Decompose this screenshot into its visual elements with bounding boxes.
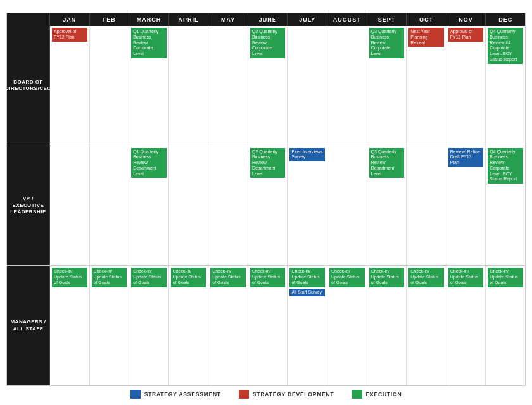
cell-r2-c5: Check-in/ Update Status of Goals <box>248 266 288 385</box>
cell-r2-c8: Check-in/ Update Status of Goals <box>367 266 407 385</box>
cell-r0-c5: Q2 Quarterly Business Review Corporate L… <box>248 26 288 146</box>
cell-r0-c7 <box>327 26 367 146</box>
event-execution: Q4 Quarterly Business Review #4 Corporat… <box>488 28 523 64</box>
cell-r0-c11: Q4 Quarterly Business Review #4 Corporat… <box>486 26 525 146</box>
cell-r2-c4: Check-in/ Update Status of Goals <box>208 266 248 385</box>
cell-r2-c7: Check-in/ Update Status of Goals <box>327 266 367 385</box>
event-execution: Q2 Quarterly Business Review Corporate L… <box>250 28 286 58</box>
calendar-row-1: VP / EXECUTIVE LEADERSHIPQ1 Quarterly Bu… <box>7 146 525 266</box>
row-label-2: MANAGERS / ALL STAFF <box>7 266 50 385</box>
legend-label-execution: EXECUTION <box>366 391 402 397</box>
event-strategy-assessment: Review/ Refine Draft FY13 Plan <box>448 148 484 167</box>
page-wrapper: JANFEBMARCHAPRILMAYJUNEJULYAUGUSTSEPTOCT… <box>0 0 532 405</box>
event-execution: Check-in/ Update Status of Goals <box>488 268 523 287</box>
calendar-row-0: BOARD OF DIRECTORS/CEOApproval of FY12 P… <box>7 26 525 146</box>
month-header: APRIL <box>169 13 209 26</box>
cell-r0-c6 <box>288 26 327 146</box>
event-execution: Q1 Quarterly Business Review Department … <box>131 148 167 178</box>
event-execution: Q1 Quarterly Business Review Corporate L… <box>131 28 167 58</box>
month-header: DEC <box>486 13 525 26</box>
cell-r1-c11: Q4 Quarterly Business Review Corporate L… <box>486 146 525 266</box>
cell-r0-c10: Approval of FY13 Plan <box>446 26 486 146</box>
event-strategy-development: Approval of FY12 Plan <box>52 28 87 42</box>
month-header: JULY <box>288 13 327 26</box>
cell-r0-c1 <box>90 26 130 146</box>
month-header: MAY <box>208 13 248 26</box>
event-execution: Check-in/ Update Status of Goals <box>131 268 167 287</box>
legend-label-strategy-development: STRATEGY DEVELOPMENT <box>253 391 334 397</box>
cell-r1-c6: Exec Interviews Survey <box>288 146 327 266</box>
legend-item-strategy-assessment: STRATEGY ASSESSMENT <box>130 390 221 399</box>
month-header: NOV <box>446 13 486 26</box>
cell-r1-c10: Review/ Refine Draft FY13 Plan <box>446 146 486 266</box>
cell-r0-c3 <box>169 26 209 146</box>
cell-r1-c4 <box>208 146 248 266</box>
cell-r2-c11: Check-in/ Update Status of Goals <box>486 266 525 385</box>
legend-box-strategy-assessment <box>130 390 141 399</box>
event-execution: Check-in/ Update Status of Goals <box>448 268 484 287</box>
month-header: JUNE <box>248 13 288 26</box>
header-row: JANFEBMARCHAPRILMAYJUNEJULYAUGUSTSEPTOCT… <box>7 13 525 26</box>
cell-r2-c9: Check-in/ Update Status of Goals <box>407 266 446 385</box>
month-header: FEB <box>90 13 130 26</box>
event-execution: Q4 Quarterly Business Review Corporate L… <box>488 148 523 184</box>
event-execution: Q2 Quarterly Business Review Department … <box>250 148 286 178</box>
event-execution: Check-in/ Update Status of Goals <box>250 268 286 287</box>
cell-r2-c6: Check-in/ Update Status of GoalsAll Staf… <box>288 266 327 385</box>
cell-r1-c5: Q2 Quarterly Business Review Department … <box>248 146 288 266</box>
cell-r1-c2: Q1 Quarterly Business Review Department … <box>129 146 169 266</box>
legend-label-strategy-assessment: STRATEGY ASSESSMENT <box>144 391 221 397</box>
row-label-0: BOARD OF DIRECTORS/CEO <box>7 26 50 146</box>
cell-r0-c4 <box>208 26 248 146</box>
event-strategy-assessment: Exec Interviews Survey <box>289 148 325 162</box>
event-execution: Q3 Quarterly Business Review Corporate L… <box>369 28 405 58</box>
cell-r0-c9: Next Year Planning Retreat <box>407 26 446 146</box>
legend: STRATEGY ASSESSMENTSTRATEGY DEVELOPMENTE… <box>6 386 526 400</box>
cell-r1-c0 <box>50 146 90 266</box>
row-label-1: VP / EXECUTIVE LEADERSHIP <box>7 146 50 266</box>
header-row-label <box>7 13 50 26</box>
legend-item-strategy-development: STRATEGY DEVELOPMENT <box>239 390 334 399</box>
event-strategy-development: Next Year Planning Retreat <box>408 28 444 47</box>
event-strategy-assessment: All Staff Survey <box>289 289 325 297</box>
cell-r2-c1: Check-in/ Update Status of Goals <box>90 266 130 385</box>
month-header: AUGUST <box>327 13 367 26</box>
calendar-row-2: MANAGERS / ALL STAFFCheck-in/ Update Sta… <box>7 266 525 385</box>
cell-r0-c2: Q1 Quarterly Business Review Corporate L… <box>129 26 169 146</box>
month-header: MARCH <box>129 13 169 26</box>
event-execution: Check-in/ Update Status of Goals <box>52 268 87 287</box>
month-header: OCT <box>407 13 446 26</box>
cell-r2-c0: Check-in/ Update Status of Goals <box>50 266 90 385</box>
cell-r1-c7 <box>327 146 367 266</box>
cell-r2-c10: Check-in/ Update Status of Goals <box>446 266 486 385</box>
event-execution: Check-in/ Update Status of Goals <box>369 268 405 287</box>
body-rows: BOARD OF DIRECTORS/CEOApproval of FY12 P… <box>7 26 525 385</box>
cell-r1-c3 <box>169 146 209 266</box>
event-execution: Check-in/ Update Status of Goals <box>210 268 246 287</box>
event-execution: Check-in/ Update Status of Goals <box>329 268 365 287</box>
event-execution: Q3 Quarterly Business Review Department … <box>369 148 405 178</box>
cell-r2-c3: Check-in/ Update Status of Goals <box>169 266 209 385</box>
event-execution: Check-in/ Update Status of Goals <box>171 268 206 287</box>
month-header: SEPT <box>367 13 407 26</box>
cell-r1-c9 <box>407 146 446 266</box>
event-strategy-development: Approval of FY13 Plan <box>448 28 484 42</box>
event-execution: Check-in/ Update Status of Goals <box>289 268 325 287</box>
legend-item-execution: EXECUTION <box>352 390 402 399</box>
event-execution: Check-in/ Update Status of Goals <box>92 268 127 287</box>
event-execution: Check-in/ Update Status of Goals <box>408 268 444 287</box>
cell-r1-c1 <box>90 146 130 266</box>
legend-box-strategy-development <box>239 390 249 399</box>
month-header: JAN <box>50 13 90 26</box>
cell-r2-c2: Check-in/ Update Status of Goals <box>129 266 169 385</box>
cell-r1-c8: Q3 Quarterly Business Review Department … <box>367 146 407 266</box>
legend-box-execution <box>352 390 362 399</box>
calendar-container: JANFEBMARCHAPRILMAYJUNEJULYAUGUSTSEPTOCT… <box>6 13 526 386</box>
cell-r0-c8: Q3 Quarterly Business Review Corporate L… <box>367 26 407 146</box>
cell-r0-c0: Approval of FY12 Plan <box>50 26 90 146</box>
